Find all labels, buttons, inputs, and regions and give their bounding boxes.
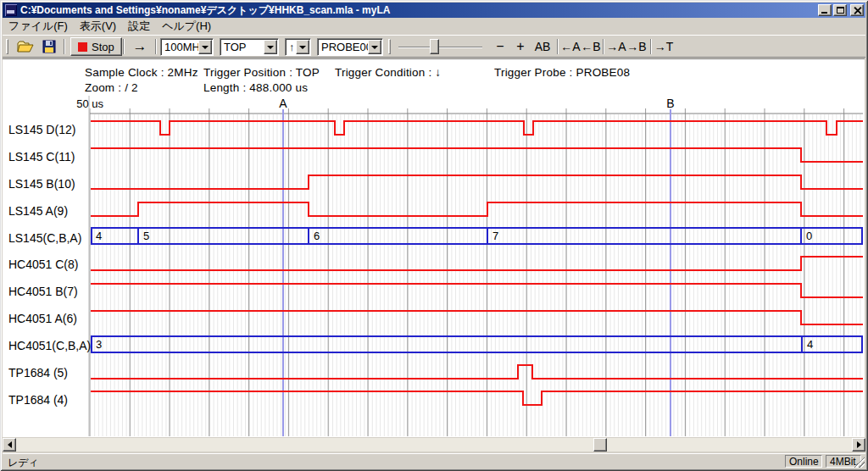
waveform [91, 284, 863, 297]
open-file-button[interactable] [14, 37, 36, 56]
channel-label: LS145 A(9) [8, 204, 68, 218]
scroll-left-button[interactable] [3, 438, 16, 452]
plus-icon: + [516, 39, 524, 54]
left-arrow-b-icon: ←B [581, 40, 600, 53]
stop-button[interactable]: Stop [70, 37, 122, 56]
channel-label: HC4051 C(8) [8, 258, 78, 271]
channel-label: TP1684 (5) [8, 366, 68, 380]
info-length: Length : 488.000 us [203, 81, 308, 94]
bus-waveform [91, 336, 863, 352]
run-button[interactable]: → [128, 37, 152, 56]
trigger-edge-select[interactable]: ↑ [285, 38, 311, 56]
zoom-ab-button[interactable]: AB [531, 37, 554, 56]
channel-label: HC4051(C,B,A) [8, 339, 91, 352]
grid-minor [95, 114, 860, 436]
stop-label: Stop [92, 41, 114, 53]
close-icon [854, 7, 861, 14]
horizontal-scrollbar[interactable] [3, 438, 865, 452]
ab-label: AB [535, 40, 551, 53]
maximize-icon [837, 7, 844, 14]
sample-clock-select[interactable]: 100MHz [160, 38, 214, 56]
zoom-slider-thumb[interactable] [430, 39, 439, 54]
bus-waveform [91, 228, 863, 244]
toolbar-separator [123, 39, 125, 54]
menu-view[interactable]: 表示(V) [74, 18, 122, 35]
trigger-position-select[interactable]: TOP [220, 38, 279, 56]
bus-value: 4 [807, 338, 813, 351]
zoom-in-button[interactable]: + [511, 37, 530, 56]
scroll-right-button[interactable] [852, 438, 865, 452]
menu-help[interactable]: ヘルプ(H) [156, 18, 217, 35]
dropdown-button[interactable] [198, 40, 212, 54]
maximize-button[interactable] [833, 4, 847, 16]
zoom-out-button[interactable]: − [491, 37, 509, 56]
info-sample-clock: Sample Clock : 2MHz [85, 66, 198, 79]
statusbar: レディ Online 4MBit [3, 453, 865, 468]
toolbar: Stop → 100MHz TOP ↑ PROBE00 − [3, 35, 865, 58]
goto-marker-b-fwd-button[interactable]: →B [626, 37, 647, 56]
chevron-down-icon [299, 46, 306, 49]
goto-trigger-button[interactable]: →T [654, 37, 674, 56]
right-arrow-t-icon: →T [654, 40, 674, 53]
bus-value: 0 [806, 230, 812, 242]
menu-settings[interactable]: 設定 [122, 18, 156, 35]
status-ready-text: レディ [8, 456, 39, 470]
waveform [91, 175, 863, 189]
scrollbar-thumb[interactable] [593, 438, 607, 452]
sample-clock-value: 100MHz [161, 41, 198, 53]
run-arrow-icon: → [133, 38, 147, 55]
close-button[interactable] [850, 4, 864, 16]
chevron-down-icon [371, 46, 378, 49]
trigger-edge-value: ↑ [286, 41, 296, 53]
triangle-right-icon [857, 441, 861, 448]
dropdown-button[interactable] [368, 40, 381, 54]
trigger-probe-select[interactable]: PROBE00 [317, 38, 383, 56]
waveform [91, 202, 863, 216]
toolbar-grip[interactable] [388, 39, 391, 54]
titlebar[interactable]: C:¥Documents and Settings¥noname¥デスクトップ¥… [3, 3, 865, 18]
channel-label: TP1684 (4) [8, 393, 68, 407]
info-trigger-condition: Trigger Condition : ↓ [335, 66, 441, 79]
marker-label-a: A [279, 97, 287, 110]
marker-label-b: B [666, 97, 674, 110]
timing-plot: 50 usABLS145 D(12)LS145 C(11)LS145 B(10)… [3, 58, 865, 437]
floppy-icon [42, 40, 56, 53]
app-icon[interactable] [5, 4, 17, 16]
zoom-slider-track[interactable] [398, 47, 482, 48]
waveform [91, 311, 863, 324]
minimize-button[interactable] [818, 4, 832, 16]
goto-marker-a-fwd-button[interactable]: →A [606, 37, 626, 56]
bus-transitions [92, 228, 862, 244]
chevron-down-icon [267, 46, 274, 49]
chevron-down-icon [202, 46, 209, 49]
waveform [91, 121, 863, 135]
triangle-left-icon [8, 441, 12, 448]
waveform-client-area[interactable]: Sample Clock : 2MHz Trigger Position : T… [3, 58, 865, 437]
left-arrow-a-icon: ←A [560, 40, 580, 53]
dropdown-button[interactable] [296, 40, 309, 54]
menu-file[interactable]: ファイル(F) [3, 18, 74, 35]
info-trigger-position: Trigger Position : TOP [203, 66, 320, 79]
goto-marker-a-back-button[interactable]: ←A [560, 37, 581, 56]
toolbar-separator [64, 39, 65, 54]
window-controls [818, 4, 864, 16]
info-trigger-probe: Trigger Probe : PROBE08 [494, 66, 630, 79]
dropdown-button[interactable] [264, 40, 277, 54]
toolbar-grip[interactable] [6, 39, 8, 54]
stop-icon [78, 42, 87, 52]
bus-value: 3 [96, 338, 102, 351]
resize-grip[interactable] [854, 457, 865, 468]
channel-label: HC4051 B(7) [8, 285, 78, 298]
bus-value: 5 [143, 230, 149, 242]
grid-major [130, 108, 843, 436]
channel-label: LS145 B(10) [8, 177, 75, 191]
info-zoom: Zoom : / 2 [85, 81, 138, 94]
bus-value: 7 [492, 230, 498, 242]
save-button[interactable] [38, 37, 60, 56]
app-window: C:¥Documents and Settings¥noname¥デスクトップ¥… [0, 0, 868, 471]
goto-marker-b-back-button[interactable]: ←B [581, 37, 601, 56]
window-title: C:¥Documents and Settings¥noname¥デスクトップ¥… [20, 3, 818, 18]
folder-open-icon [17, 40, 34, 53]
bus-value: 6 [314, 230, 320, 242]
channel-label: LS145(C,B,A) [8, 231, 81, 245]
